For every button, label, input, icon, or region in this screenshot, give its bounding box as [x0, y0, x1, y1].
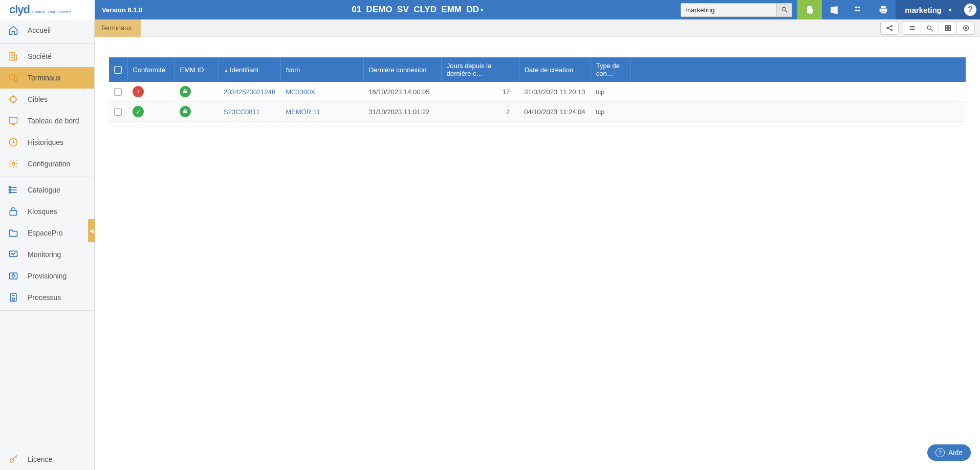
share-button[interactable]	[880, 22, 899, 35]
sidebar-item-label: Accueil	[28, 26, 51, 34]
emm-status-ok-icon	[180, 86, 191, 97]
sidebar-separator	[0, 177, 94, 177]
user-label: marketing	[905, 6, 942, 14]
col-spacer	[630, 57, 966, 82]
sidebar-item-kiosques[interactable]: Kiosques	[0, 201, 94, 222]
svg-point-31	[12, 298, 15, 301]
identifiant-link[interactable]: S23CC0811	[224, 108, 260, 116]
sidebar-item-label: Kiosques	[28, 207, 57, 216]
title-dropdown-icon[interactable]: ▾	[481, 7, 484, 13]
search-input[interactable]	[681, 6, 776, 14]
menu-icon	[908, 24, 916, 32]
share-icon	[886, 24, 894, 32]
sidebar-item-catalogue[interactable]: Catalogue	[0, 179, 94, 201]
sidebar-item-label: Tableau de bord	[28, 117, 79, 125]
row-checkbox[interactable]	[114, 88, 122, 96]
sidebar-item-label: Monitoring	[28, 250, 61, 259]
nom-link[interactable]: MEMOR 11	[286, 108, 320, 116]
col-jours[interactable]: Jours depuis la dernière c…	[441, 57, 519, 82]
select-all-checkbox[interactable]	[114, 66, 122, 74]
sidebar-collapse-button[interactable]: ◀	[88, 219, 95, 242]
col-date-creation[interactable]: Date de création	[519, 57, 591, 82]
android-button[interactable]	[797, 0, 822, 19]
svg-point-0	[782, 7, 786, 11]
date-cell: 04/10/2023 11:24:04	[519, 102, 591, 122]
windows-button[interactable]	[822, 0, 846, 19]
help-button[interactable]: ?	[961, 0, 980, 19]
terminals-table: Conformité EMM ID Identifiant Nom Derniè…	[109, 57, 966, 122]
logo-text: clyd	[9, 3, 30, 16]
derniere-cell: 16/10/2023 14:00:05	[363, 82, 441, 102]
version-label: Version 6.1.0	[95, 0, 155, 19]
menu-button[interactable]	[903, 22, 921, 35]
sidebar-item-label: Cibles	[28, 95, 48, 103]
chevron-down-icon: ▾	[949, 7, 951, 13]
svg-point-38	[891, 29, 892, 31]
sidebar-item-espacepro[interactable]: EspacePro	[0, 222, 94, 244]
sidebar-item-historiques[interactable]: Historiques	[0, 132, 94, 153]
help-icon: ?	[964, 4, 976, 16]
os-buttons	[797, 0, 896, 19]
sidebar-item-cibles[interactable]: Cibles	[0, 89, 94, 110]
sidebar-item-processus[interactable]: Processus	[0, 287, 94, 308]
sidebar-item-provisioning[interactable]: Provisioning	[0, 265, 94, 287]
sidebar-item-accueil[interactable]: Accueil	[0, 19, 94, 41]
breadcrumb[interactable]: Terminaux	[95, 19, 141, 37]
table-row[interactable]: ! 20342523021246 MC3300X 16/10/2023 14:0…	[109, 82, 966, 102]
folder-icon	[7, 228, 19, 238]
clock-icon	[7, 137, 19, 147]
sidebar-separator	[0, 310, 94, 311]
sidebar-item-configuration[interactable]: Configuration	[0, 153, 94, 175]
sidebar-item-label: Licence	[28, 455, 52, 463]
windows-ce-icon	[854, 5, 864, 14]
search-button[interactable]	[776, 4, 792, 16]
sidebar-item-label: EspacePro	[28, 229, 62, 237]
table-row[interactable]: ✓ S23CC0811 MEMOR 11 31/10/2023 11:01:22…	[109, 102, 966, 122]
sidebar: Accueil Société Terminaux Cibles Tableau…	[0, 19, 95, 470]
svg-rect-23	[9, 189, 11, 190]
topbar: Terminaux	[95, 19, 980, 37]
lock-icon	[7, 206, 19, 217]
home-icon	[7, 25, 19, 35]
col-conformite[interactable]: Conformité	[127, 57, 175, 82]
svg-rect-46	[945, 26, 947, 28]
dashboard-icon	[7, 116, 19, 126]
svg-point-37	[891, 26, 892, 27]
jours-cell: 2	[441, 102, 519, 122]
printer-icon	[878, 5, 888, 15]
grid-icon	[944, 24, 952, 32]
svg-point-51	[965, 27, 967, 29]
col-identifiant[interactable]: Identifiant	[219, 57, 280, 82]
sidebar-item-societe[interactable]: Société	[0, 46, 94, 67]
building-icon	[7, 51, 19, 61]
sidebar-item-tableau[interactable]: Tableau de bord	[0, 110, 94, 132]
locate-icon	[962, 24, 970, 32]
col-emm[interactable]: EMM ID	[175, 57, 219, 82]
svg-point-28	[12, 275, 15, 277]
sidebar-item-label: Terminaux	[28, 74, 61, 82]
sidebar-item-terminaux[interactable]: Terminaux	[0, 67, 94, 89]
svg-rect-52	[183, 91, 187, 93]
type-cell: tcp	[591, 82, 630, 102]
page-title[interactable]: 01_DEMO_SV_CLYD_EMM_DD	[352, 5, 479, 15]
col-type[interactable]: Type de con…	[591, 57, 630, 82]
sidebar-item-monitoring[interactable]: Monitoring	[0, 244, 94, 265]
key-icon	[7, 454, 19, 464]
col-nom[interactable]: Nom	[280, 57, 363, 82]
print-button[interactable]	[871, 0, 896, 19]
user-menu[interactable]: marketing ▾	[896, 0, 961, 19]
aide-button[interactable]: Aide	[927, 444, 971, 461]
grid-button[interactable]	[939, 22, 957, 35]
sidebar-item-licence[interactable]: Licence	[0, 448, 94, 470]
logo[interactable]: clyd ControL Your Devices	[0, 0, 95, 19]
search-tool-button[interactable]	[921, 22, 939, 35]
sidebar-item-label: Historiques	[28, 138, 63, 146]
nom-link[interactable]: MC3300X	[286, 88, 315, 96]
derniere-cell: 31/10/2023 11:01:22	[363, 102, 441, 122]
col-checkbox[interactable]	[109, 57, 127, 82]
row-checkbox[interactable]	[114, 108, 122, 116]
col-derniere-connexion[interactable]: Dernière connexion	[363, 57, 441, 82]
locate-button[interactable]	[956, 22, 975, 35]
identifiant-link[interactable]: 20342523021246	[224, 88, 275, 96]
windows-ce-button[interactable]	[846, 0, 871, 19]
